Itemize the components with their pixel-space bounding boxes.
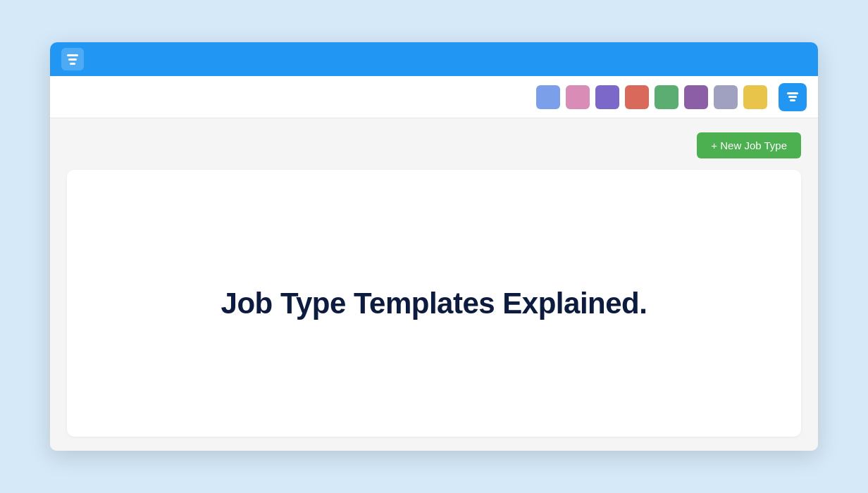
browser-topbar (50, 42, 818, 76)
red-swatch[interactable] (625, 85, 649, 109)
gray-swatch[interactable] (714, 85, 738, 109)
app-logo-icon[interactable] (61, 48, 84, 70)
green-swatch[interactable] (655, 85, 678, 109)
violet-swatch[interactable] (684, 85, 708, 109)
card-title: Job Type Templates Explained. (221, 287, 647, 320)
action-bar: + New Job Type (67, 132, 801, 158)
browser-content: + New Job Type Job Type Templates Explai… (50, 118, 818, 451)
browser-window: + New Job Type Job Type Templates Explai… (50, 42, 818, 451)
color-swatches-container (536, 85, 767, 109)
purple-swatch[interactable] (595, 85, 619, 109)
main-content-card: Job Type Templates Explained. (67, 170, 801, 437)
blue-swatch[interactable] (536, 85, 560, 109)
browser-toolbar (50, 76, 818, 118)
user-avatar[interactable] (779, 83, 807, 111)
yellow-swatch[interactable] (743, 85, 767, 109)
pink-swatch[interactable] (566, 85, 590, 109)
new-job-type-button[interactable]: + New Job Type (697, 132, 801, 158)
